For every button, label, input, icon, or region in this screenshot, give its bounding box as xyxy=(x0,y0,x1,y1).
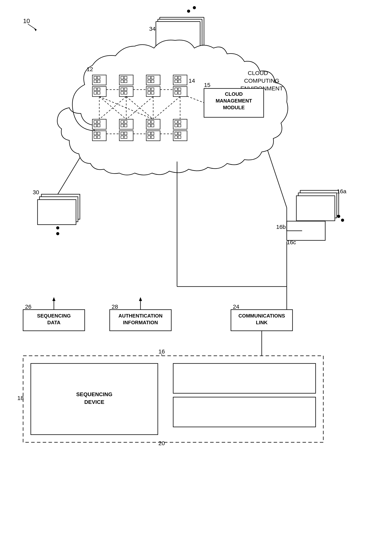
server-node-8-bottom xyxy=(173,131,187,141)
svg-rect-37 xyxy=(151,92,154,94)
ref-26-label: 26 xyxy=(25,303,31,310)
svg-rect-41 xyxy=(175,80,178,83)
ref-16c-label: 16c xyxy=(287,239,296,245)
ref-16-label: 16 xyxy=(158,348,165,355)
svg-rect-22 xyxy=(124,80,127,83)
svg-rect-52 xyxy=(94,121,96,123)
server-node-4-bottom xyxy=(173,87,187,96)
svg-rect-80 xyxy=(151,136,154,139)
svg-rect-88 xyxy=(178,132,181,135)
comm-text1: COMMUNICATIONS xyxy=(238,313,285,319)
svg-rect-54 xyxy=(94,124,96,127)
svg-marker-124 xyxy=(52,297,55,301)
svg-rect-55 xyxy=(97,124,100,127)
cmm-text-line1: CLOUD xyxy=(225,91,243,97)
svg-rect-70 xyxy=(124,136,127,139)
svg-rect-35 xyxy=(151,88,154,91)
svg-rect-11 xyxy=(94,80,96,83)
figure-ref-label: 10 xyxy=(23,17,30,24)
svg-point-3 xyxy=(193,6,196,9)
svg-rect-15 xyxy=(97,88,100,91)
server-node-6-top xyxy=(119,119,133,129)
svg-rect-30 xyxy=(151,76,154,79)
svg-rect-25 xyxy=(124,88,127,91)
ref-24-label: 24 xyxy=(233,303,239,310)
diagram: 10 34 CLOUD COMPUTING ENVIRONMENT 12 xyxy=(0,0,392,555)
svg-rect-39 xyxy=(175,76,178,79)
svg-rect-46 xyxy=(175,92,178,94)
ref-30-label: 30 xyxy=(33,189,39,195)
svg-rect-78 xyxy=(151,132,154,135)
server-node-3-bottom xyxy=(146,87,160,96)
cmm-text-line2: MANAGEMENT xyxy=(215,98,252,104)
svg-rect-40 xyxy=(178,76,181,79)
svg-line-130 xyxy=(58,158,80,194)
server-node-7-top xyxy=(146,119,160,129)
server-node-8-top xyxy=(173,119,187,129)
svg-rect-67 xyxy=(121,132,124,135)
svg-rect-84 xyxy=(175,124,178,127)
svg-rect-90 xyxy=(178,136,181,139)
svg-rect-21 xyxy=(121,80,124,83)
svg-rect-53 xyxy=(97,121,100,123)
svg-rect-26 xyxy=(121,92,124,94)
seq-data-text2: DATA xyxy=(47,320,61,325)
svg-rect-59 xyxy=(94,136,96,139)
comm-text2: LINK xyxy=(256,320,268,325)
server-node-1-top xyxy=(92,75,106,85)
svg-rect-31 xyxy=(148,80,150,83)
svg-rect-16 xyxy=(94,92,96,94)
svg-rect-58 xyxy=(97,132,100,135)
svg-rect-69 xyxy=(121,136,124,139)
svg-rect-112 xyxy=(296,196,335,221)
svg-rect-74 xyxy=(148,124,150,127)
svg-rect-107 xyxy=(37,200,76,225)
svg-rect-44 xyxy=(175,88,178,91)
server-node-5-top xyxy=(92,119,106,129)
svg-rect-73 xyxy=(151,121,154,123)
seq-data-text1: SEQUENCING xyxy=(37,313,71,319)
svg-rect-12 xyxy=(97,80,100,83)
storage-unit-1 xyxy=(173,364,316,393)
ref-16b-label: 16b xyxy=(276,224,286,230)
svg-marker-126 xyxy=(139,297,142,301)
svg-point-108 xyxy=(56,226,59,229)
svg-rect-20 xyxy=(124,76,127,79)
server-node-7-bottom xyxy=(146,131,160,141)
svg-line-117 xyxy=(267,150,287,208)
svg-rect-29 xyxy=(148,76,150,79)
server-node-5-bottom xyxy=(92,131,106,141)
svg-rect-62 xyxy=(121,121,124,123)
ref-20-label: 20 xyxy=(158,440,165,446)
seq-device-text2: DEVICE xyxy=(84,399,104,405)
svg-rect-42 xyxy=(178,80,181,83)
svg-rect-64 xyxy=(121,124,124,127)
auth-text2: INFORMATION xyxy=(123,320,158,325)
svg-point-2 xyxy=(187,10,190,13)
svg-rect-32 xyxy=(151,80,154,83)
svg-rect-68 xyxy=(124,132,127,135)
server-node-1-bottom xyxy=(92,87,106,96)
svg-rect-83 xyxy=(178,121,181,123)
server-node-6-bottom xyxy=(119,131,133,141)
svg-rect-14 xyxy=(94,88,96,91)
ref-34-label: 34 xyxy=(149,26,155,32)
cloud-env-label-line2: COMPUTING xyxy=(244,78,279,84)
svg-rect-79 xyxy=(148,136,150,139)
svg-rect-45 xyxy=(178,88,181,91)
diagram-svg: 10 34 CLOUD COMPUTING ENVIRONMENT 12 xyxy=(0,0,392,555)
svg-rect-72 xyxy=(148,121,150,123)
ref-14-label: 14 xyxy=(189,78,195,84)
svg-rect-89 xyxy=(175,136,178,139)
svg-line-0 xyxy=(28,24,37,30)
svg-point-114 xyxy=(337,215,340,218)
ref-12-label: 12 xyxy=(87,66,93,72)
svg-point-115 xyxy=(341,219,344,222)
svg-rect-63 xyxy=(124,121,127,123)
ref-18-label: 18 xyxy=(17,395,24,401)
ref-28-label: 28 xyxy=(112,303,118,310)
svg-rect-77 xyxy=(148,132,150,135)
svg-rect-24 xyxy=(121,88,124,91)
auth-text1: AUTHENTICATION xyxy=(118,313,163,319)
svg-rect-85 xyxy=(178,124,181,127)
